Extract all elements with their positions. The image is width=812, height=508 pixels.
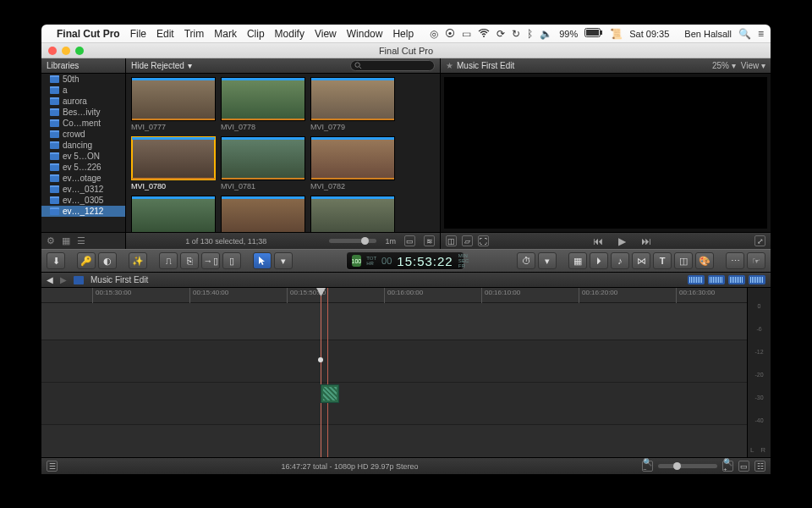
menu-mark[interactable]: Mark [214,28,237,40]
library-item[interactable]: crowd [41,129,125,140]
transform-button[interactable]: ◫ [446,235,457,246]
thumb-size-slider[interactable] [329,239,376,243]
bluetooth-icon[interactable]: ᛒ [527,28,533,40]
library-item[interactable]: 50th [41,74,125,85]
library-item[interactable]: ev 5…226 [41,162,125,173]
browser-clip[interactable]: MVI_0783 [131,196,216,232]
play-button[interactable]: ▶ [618,235,626,247]
playhead[interactable] [321,288,321,457]
menu-file[interactable]: File [130,28,146,40]
library-item[interactable]: ev…otage [41,173,125,184]
prev-edit-button[interactable]: ⏮ [593,235,603,247]
library-item[interactable]: Co…ment [41,118,125,129]
menu-view[interactable]: View [315,28,337,40]
library-item[interactable]: ev…_1212 [41,206,125,217]
library-item[interactable]: aurora [41,96,125,107]
filmstrip-view-icon[interactable]: ▦ [62,235,70,246]
history-back-button[interactable]: ◀ [47,275,53,284]
favorite-icon[interactable]: ★ [446,61,453,70]
clip-settings-menu[interactable]: ▾ [538,252,557,269]
photos-browser-button[interactable]: 🞂 [590,252,608,269]
timeline-ruler[interactable]: 00:15:30:0000:15:40:0000:15:50:0000:16:0… [41,288,747,303]
list-view-icon[interactable]: ☰ [77,235,85,246]
clip-thumbnail[interactable] [131,196,216,232]
themes-browser-button[interactable]: 🎨 [695,252,714,269]
import-button[interactable]: ⬇ [47,252,65,269]
library-item[interactable]: dancing [41,140,125,151]
history-fwd-button[interactable]: ▶ [60,275,67,284]
generators-browser-button[interactable]: ◫ [674,252,693,269]
titles-browser-button[interactable]: T [653,252,672,269]
filter-menu[interactable]: Hide Rejected ▾ [131,61,192,70]
menu-edit[interactable]: Edit [156,28,174,40]
menubar-user[interactable]: Ben Halsall [684,29,732,39]
trim-tool-menu[interactable]: ▾ [274,252,293,269]
timemachine-icon[interactable]: ↻ [512,28,520,40]
zoom-out-button[interactable]: 🔍⁻ [642,461,653,472]
clip-thumbnail[interactable] [310,196,395,232]
app-name[interactable]: Final Cut Pro [57,28,120,40]
clip-thumbnail[interactable] [131,77,216,121]
library-item[interactable]: ev…_0312 [41,184,125,195]
overwrite-clip-button[interactable]: ▯ [222,252,241,269]
lane-audio[interactable] [41,383,747,425]
viewer-canvas[interactable] [444,77,767,229]
sync-icon[interactable]: ⟳ [497,28,505,40]
menu-modify[interactable]: Modify [275,28,304,40]
retime-button[interactable]: ⏱ [517,252,535,269]
fullscreen-button[interactable]: ⤢ [754,235,765,246]
browser-clip[interactable]: MVI_0778 [221,77,305,131]
clip-thumbnail[interactable] [131,136,216,180]
timecode-display[interactable]: 100 TOTHR 00 15:53:22 MIN SEC FR [346,251,464,270]
effects-browser-button[interactable]: ▦ [568,252,587,269]
search-input[interactable] [350,60,435,71]
display-icon[interactable]: ▭ [462,28,471,40]
inspector-button[interactable]: ⋯ [726,252,744,269]
volume-icon[interactable]: 🔈 [540,28,552,40]
battery-icon[interactable] [584,28,603,40]
record-icon[interactable]: ⦿ [445,28,455,40]
library-item[interactable]: ev…_0305 [41,195,125,206]
timeline-index-button[interactable]: ☰ [47,461,58,472]
solo-button[interactable] [728,275,745,284]
bg-tasks-button[interactable]: ◐ [98,252,117,269]
gear-icon[interactable]: ⚙ [47,235,55,246]
snapping-button[interactable] [749,275,765,284]
clip-appearance-button[interactable]: ▭ [404,235,415,246]
browser-clip[interactable]: MVI_0785 [310,196,395,232]
skimming-button[interactable] [688,275,705,284]
clip-thumbnail[interactable] [221,136,305,180]
browser-clip[interactable]: MVI_0777 [131,77,216,131]
notifications-icon[interactable]: ≡ [758,28,764,40]
toggle-waveforms-button[interactable]: ≋ [424,235,435,246]
dragged-clip-preview[interactable] [321,384,339,403]
battery-percent[interactable]: 99% [559,29,578,39]
browser-thumbs[interactable]: MVI_0777MVI_0778MVI_0779MVI_0780MVI_0781… [126,74,440,232]
crop-button[interactable]: ▱ [462,235,473,246]
clip-thumbnail[interactable] [310,136,395,180]
lane-primary[interactable] [41,340,747,383]
clip-thumbnail[interactable] [221,196,305,232]
clip-height-button[interactable]: ☷ [754,461,765,472]
viewer-zoom[interactable]: 25% ▾ [712,61,736,70]
clip-thumbnail[interactable] [310,77,395,121]
script-icon[interactable]: 📜 [610,28,623,40]
music-browser-button[interactable]: ♪ [611,252,629,269]
next-edit-button[interactable]: ⏭ [641,235,651,247]
browser-clip[interactable]: MVI_0779 [310,77,395,131]
append-clip-button[interactable]: →▯ [201,252,220,269]
menubar-clock[interactable]: Sat 09:35 [629,29,669,39]
library-item[interactable]: ev 5…ON [41,151,125,162]
timeline-tracks[interactable]: 00:15:30:0000:15:40:0000:15:50:0000:16:0… [41,288,747,457]
share-button[interactable]: ☞ [747,252,765,269]
zoom-in-button[interactable]: 🔍⁺ [722,461,733,472]
timeline-zoom-slider[interactable] [658,464,717,468]
audio-skimming-button[interactable] [708,275,725,284]
clip-appearance-tl-button[interactable]: ▭ [738,461,749,472]
insert-clip-button[interactable]: ⎘ [180,252,199,269]
viewer-view-menu[interactable]: View ▾ [741,61,765,70]
browser-clip[interactable]: MVI_0784 [221,196,305,232]
distort-button[interactable]: ⛶ [478,235,489,246]
connect-clip-button[interactable]: ⎍ [159,252,178,269]
browser-clip[interactable]: MVI_0782 [310,136,395,190]
